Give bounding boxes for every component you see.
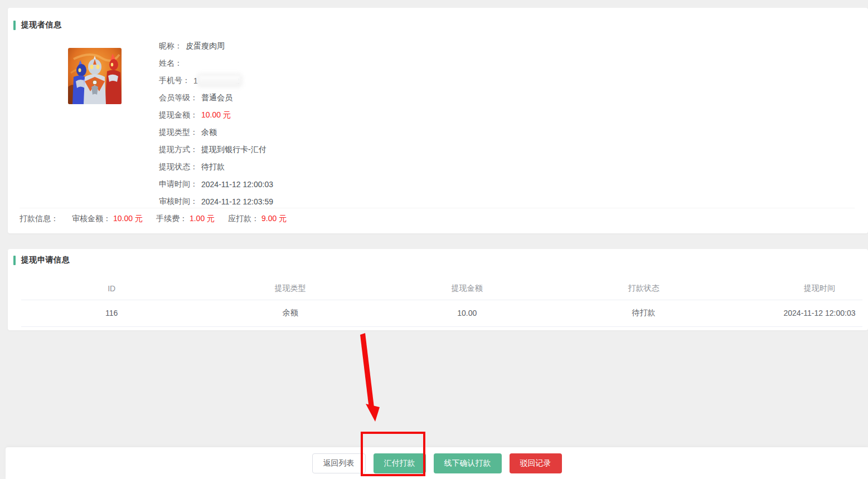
payment-item-amount: 9.00 元 [261,214,287,223]
payment-item-label: 应打款： [228,214,259,223]
avatar [68,48,122,104]
payment-review-amount: 审核金额：10.00 元 [72,214,143,224]
phone-prefix: 1 [193,76,198,85]
field-withdraw-amount: 提现金额： 10.00 元 [159,106,273,124]
section-title-text: 提现申请信息 [21,255,70,265]
field-value: 皮蛋瘦肉周 [186,41,225,51]
cell-id: 116 [21,309,202,317]
section-title-withdrawer: 提现者信息 [13,20,62,30]
withdrawer-fields: 昵称： 皮蛋瘦肉周 姓名： 手机号： 1 2 会员等级： 普通会员 提现金额： … [159,37,273,210]
payment-item-label: 手续费： [156,214,187,223]
field-value: 提现到银行卡-汇付 [201,145,266,155]
field-label: 申请时间： [159,179,198,189]
cell-withdraw-amount: 10.00 [379,309,555,317]
action-bar: 返回列表 汇付打款 线下确认打款 驳回记录 [6,447,868,479]
field-value: 2024-11-12 12:00:03 [201,180,273,189]
offline-confirm-payment-button[interactable]: 线下确认打款 [434,453,502,473]
payment-info-label: 打款信息： [20,214,59,224]
payment-fee: 手续费：1.00 元 [156,214,215,224]
divider [20,208,855,208]
field-name: 姓名： [159,55,273,72]
field-label: 提现金额： [159,110,198,120]
header-id: ID [21,284,202,293]
field-label: 提现状态： [159,162,198,172]
huifu-payment-button[interactable]: 汇付打款 [374,453,426,473]
field-label: 提现类型： [159,128,198,138]
payment-item-amount: 1.00 元 [190,214,215,223]
field-value: 普通会员 [201,93,232,103]
payment-item-label: 审核金额： [72,214,111,223]
reject-record-button[interactable]: 驳回记录 [510,453,562,473]
annotation-arrow-shaft [360,333,374,409]
field-nickname: 昵称： 皮蛋瘦肉周 [159,37,273,55]
withdrawer-info-card: 提现者信息 [8,8,868,233]
header-withdraw-time: 提现时间 [732,284,862,294]
cell-withdraw-type: 余额 [202,308,379,318]
field-member-level: 会员等级： 普通会员 [159,89,273,106]
table-row: 116 余额 10.00 待打款 2024-11-12 12:00:03 [21,300,862,327]
field-value-amount: 10.00 元 [201,110,231,120]
field-withdraw-type: 提现类型： 余额 [159,124,273,141]
field-withdraw-method: 提现方式： 提现到银行卡-汇付 [159,141,273,158]
header-withdraw-amount: 提现金额 [379,284,555,294]
cell-withdraw-time: 2024-11-12 12:00:03 [732,309,862,317]
field-label: 昵称： [159,41,182,51]
accent-bar [13,21,16,30]
back-to-list-button[interactable]: 返回列表 [312,453,366,473]
field-withdraw-status: 提现状态： 待打款 [159,158,273,175]
field-label: 提现方式： [159,145,198,155]
cell-payment-status: 待打款 [555,308,732,318]
field-label: 姓名： [159,58,182,69]
payment-due: 应打款：9.00 元 [228,214,287,224]
section-title-application: 提现申请信息 [13,255,70,265]
field-label: 审核时间： [159,197,198,207]
field-phone: 手机号： 1 2 [159,72,273,89]
field-label: 会员等级： [159,93,198,103]
field-label: 手机号： [159,76,190,86]
field-value: 待打款 [201,162,225,172]
accent-bar [13,256,16,265]
phone-blur-mask [199,76,240,85]
table-header-row: ID 提现类型 提现金额 打款状态 提现时间 [21,277,862,300]
withdraw-application-card: 提现申请信息 ID 提现类型 提现金额 打款状态 提现时间 116 余额 10.… [8,249,868,330]
header-withdraw-type: 提现类型 [202,284,379,294]
section-title-text: 提现者信息 [21,20,62,30]
payment-info-row: 打款信息： 审核金额：10.00 元 手续费：1.00 元 应打款：9.00 元 [20,210,287,227]
header-payment-status: 打款状态 [555,284,732,294]
annotation-arrow-head [366,404,380,422]
payment-item-amount: 10.00 元 [113,214,143,223]
field-value: 2024-11-12 12:03:59 [201,197,273,206]
field-value: 余额 [201,128,217,138]
field-apply-time: 申请时间： 2024-11-12 12:00:03 [159,175,273,193]
ultraman-avatar-illustration [68,48,122,104]
